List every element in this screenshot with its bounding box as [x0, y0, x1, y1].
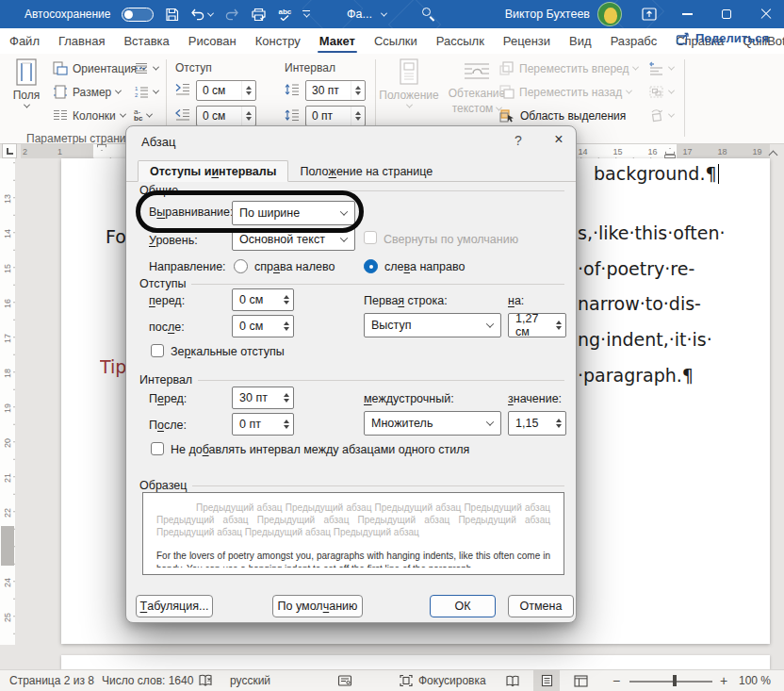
by-value: 1,27 см [515, 312, 552, 338]
breaks-button[interactable] [134, 61, 158, 75]
autosave-toggle[interactable] [122, 8, 154, 22]
indent-left-spinner[interactable] [241, 81, 255, 100]
minimize-button[interactable] [669, 0, 705, 28]
bring-forward-button: Переместить вперед [499, 61, 638, 75]
document-title[interactable]: Фа... [347, 8, 372, 21]
spinner-arrows[interactable] [279, 390, 293, 405]
set-default-button[interactable]: По умолчанию [272, 595, 363, 617]
tab-review[interactable]: Рецензи [494, 28, 560, 54]
user-name[interactable]: Виктор Бухтеев [505, 8, 590, 21]
word-count[interactable]: Число слов: 1640 [102, 670, 193, 691]
search-icon[interactable] [422, 8, 435, 21]
no-space-same-style-checkbox[interactable] [151, 442, 164, 455]
maximize-button[interactable] [709, 0, 744, 28]
next-page-top[interactable] [61, 655, 770, 669]
qat-customize-button[interactable] [302, 0, 310, 28]
cancel-button[interactable]: Отмена [508, 595, 574, 617]
tab-developer[interactable]: Разрабс [601, 28, 667, 54]
read-mode-button[interactable] [499, 670, 526, 691]
ok-button[interactable]: ОК [430, 595, 496, 617]
spinner-arrows[interactable] [551, 416, 565, 431]
indents-caption: Отступы [139, 277, 191, 290]
ribbon-display-options-button[interactable] [641, 6, 658, 26]
selection-pane-button[interactable]: Область выделения [499, 108, 626, 123]
zoom-level[interactable]: 100 % [739, 670, 771, 691]
rtl-radio[interactable] [234, 259, 248, 273]
tab-layout[interactable]: Макет [310, 28, 365, 54]
outline-level-combobox[interactable]: Основной текст [232, 228, 355, 251]
tab-draw[interactable]: Рисован [179, 28, 246, 54]
print-layout-button[interactable] [533, 670, 560, 691]
tabs-button[interactable]: Табуляция... [136, 595, 213, 617]
by-input[interactable]: 1,27 см [508, 313, 566, 337]
tab-design[interactable]: Констру [246, 28, 310, 54]
ltr-radio[interactable] [364, 259, 378, 273]
spacing-before-spinner[interactable] [351, 81, 365, 100]
spelling-button[interactable]: abc [278, 0, 291, 28]
indent-before-input[interactable]: 0 см [232, 288, 294, 311]
spinner-arrows[interactable] [279, 292, 293, 307]
group-line [190, 284, 564, 285]
avatar[interactable] [597, 2, 622, 26]
tab-mailings[interactable]: Рассылк [427, 28, 494, 54]
dialog-tab-indents[interactable]: Отступы и интервалы [138, 160, 288, 182]
spinner-arrows[interactable] [279, 417, 293, 432]
position-dropdown-icon [405, 102, 412, 108]
undo-button[interactable] [190, 0, 213, 28]
zoom-slider-handle[interactable] [673, 675, 677, 686]
tab-home[interactable]: Главная [49, 28, 114, 54]
indent-right-spinner[interactable] [241, 107, 255, 125]
columns-dropdown-icon [120, 111, 126, 118]
spacing-before-input[interactable]: 30 пт [232, 387, 294, 409]
alignment-label: Выравнивание: [149, 206, 234, 219]
selection-pane-label: Область выделения [520, 109, 626, 123]
zoom-in-button[interactable]: + [720, 670, 727, 691]
tab-insert[interactable]: Вставка [114, 28, 178, 54]
margins-button[interactable]: Поля [8, 58, 45, 108]
macro-record-icon[interactable] [337, 670, 352, 691]
line-spacing-combobox[interactable]: Множитель [364, 411, 501, 436]
indent-right-input[interactable]: 0 см [196, 106, 256, 126]
share-button[interactable]: Поделиться [676, 31, 769, 45]
at-input[interactable]: 1,15 [508, 411, 566, 436]
redo-button[interactable] [224, 0, 239, 28]
focus-mode-button[interactable]: Фокусировка [400, 670, 486, 691]
document-title-dropdown-icon[interactable] [381, 9, 387, 16]
hyphenation-button[interactable]: a-bc [134, 108, 152, 122]
zoom-slider-track[interactable] [629, 681, 712, 683]
mirror-indents-checkbox[interactable] [151, 344, 164, 357]
spinner-arrows[interactable] [552, 318, 565, 333]
dialog-help-button[interactable]: ? [508, 133, 529, 152]
columns-label: Колонки [73, 109, 116, 123]
web-layout-button[interactable] [567, 670, 594, 691]
indent-left-input[interactable]: 0 см [196, 80, 256, 101]
tab-view[interactable]: Вид [560, 28, 601, 54]
dialog-tab-pagination[interactable]: Положение на странице [288, 160, 444, 182]
spinner-arrows[interactable] [279, 319, 293, 334]
tab-references[interactable]: Ссылки [365, 28, 427, 54]
alignment-combobox[interactable]: По ширине [232, 201, 355, 225]
zoom-out-button[interactable]: − [612, 670, 620, 691]
dialog-close-button[interactable]: × [547, 131, 571, 152]
save-button[interactable] [165, 0, 179, 28]
proofing-status-icon[interactable] [198, 670, 213, 691]
language-indicator[interactable]: русский [230, 670, 270, 691]
group-line [192, 485, 564, 486]
vertical-ruler[interactable]: 131415161718192021222425 [0, 158, 15, 645]
page-indicator[interactable]: Страница 2 из 8 [9, 670, 94, 691]
spacing-before-icon [285, 83, 300, 96]
mirror-indents-label: Зеркальные отступы [171, 345, 285, 358]
size-button[interactable]: Размер [53, 85, 121, 99]
spacing-after-input[interactable]: 0 пт [305, 106, 366, 126]
spacing-before-input[interactable]: 30 пт [305, 80, 366, 101]
orientation-button[interactable]: Ориентация [53, 61, 146, 75]
indent-after-input[interactable]: 0 см [232, 315, 294, 337]
line-numbers-button[interactable]: 12 [134, 85, 158, 99]
spacing-after-input[interactable]: 0 пт [232, 413, 294, 436]
columns-button[interactable]: Колонки [53, 108, 125, 123]
spacing-after-spinner[interactable] [351, 107, 365, 125]
first-line-combobox[interactable]: Выступ [364, 313, 501, 337]
close-button[interactable] [748, 0, 784, 28]
print-preview-button[interactable] [251, 0, 267, 28]
tab-file[interactable]: Файл [0, 28, 49, 54]
